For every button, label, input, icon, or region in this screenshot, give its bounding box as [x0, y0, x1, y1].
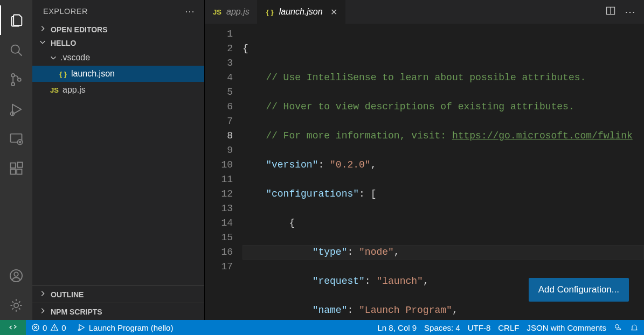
tab-label: app.js — [226, 7, 250, 17]
tree-file-launch-json[interactable]: { } launch.json — [32, 66, 204, 82]
svg-rect-11 — [11, 169, 16, 174]
tree-label: app.js — [63, 85, 86, 95]
sidebar-more-icon[interactable]: ⋯ — [185, 5, 195, 17]
line-number: 4 — [205, 71, 233, 85]
tree-folder-vscode[interactable]: .vscode — [32, 50, 204, 66]
tree-label: .vscode — [60, 53, 90, 62]
feedback-icon — [614, 323, 622, 332]
debug-start-icon — [77, 323, 86, 332]
status-debug-label: Launch Program (hello) — [89, 323, 174, 332]
status-error-count: 0 — [43, 323, 47, 332]
json-file-icon: { } — [265, 8, 275, 16]
line-number: 9 — [205, 143, 233, 158]
status-cursor-position[interactable]: Ln 8, Col 9 — [378, 323, 417, 332]
svg-rect-12 — [17, 169, 22, 174]
section-label: OPEN EDITORS — [51, 25, 108, 34]
activity-remote[interactable] — [0, 124, 32, 153]
line-number: 14 — [205, 216, 233, 231]
tree-file-app-js[interactable]: JS app.js — [32, 82, 204, 98]
bell-icon — [630, 323, 639, 332]
activity-extensions[interactable] — [0, 153, 32, 183]
remote-icon — [9, 323, 17, 332]
code-editor[interactable]: 1234567891011121314151617 { // Use Intel… — [205, 24, 644, 320]
status-indentation[interactable]: Spaces: 4 — [424, 323, 460, 332]
line-number: 2 — [205, 41, 233, 56]
activity-bar — [0, 0, 32, 320]
status-eol[interactable]: CRLF — [498, 323, 519, 332]
line-number: 3 — [205, 56, 233, 71]
warning-icon — [50, 323, 59, 332]
section-npm-scripts[interactable]: NPM SCRIPTS — [32, 303, 204, 320]
editor-tabs: JS app.js { } launch.json ✕ ⋯ — [205, 0, 644, 24]
files-icon — [9, 13, 24, 28]
svg-point-0 — [11, 45, 19, 53]
line-number: 7 — [205, 114, 233, 129]
status-notifications[interactable] — [630, 323, 639, 332]
section-label: HELLO — [51, 39, 76, 47]
js-file-icon: JS — [50, 86, 59, 94]
close-icon[interactable]: ✕ — [330, 7, 337, 17]
line-number: 5 — [205, 85, 233, 100]
gear-icon — [9, 298, 24, 313]
section-label: OUTLINE — [51, 290, 84, 299]
file-tree: .vscode { } launch.json JS app.js — [32, 50, 204, 285]
section-open-editors[interactable]: OPEN EDITORS — [32, 23, 204, 36]
tab-launch-json[interactable]: { } launch.json ✕ — [258, 0, 345, 24]
activity-settings[interactable] — [0, 290, 32, 320]
split-editor-icon[interactable] — [605, 5, 616, 18]
chevron-right-icon — [39, 25, 47, 34]
chevron-down-icon — [39, 38, 47, 47]
editor-more-icon[interactable]: ⋯ — [625, 5, 635, 18]
sidebar-title: EXPLORER — [43, 7, 88, 16]
activity-search[interactable] — [0, 35, 32, 65]
tab-label: launch.json — [279, 7, 323, 17]
line-number: 6 — [205, 100, 233, 114]
svg-rect-13 — [17, 162, 22, 167]
svg-rect-10 — [11, 163, 16, 167]
status-language-mode[interactable]: JSON with Comments — [527, 323, 606, 332]
status-debug-config[interactable]: Launch Program (hello) — [72, 320, 179, 335]
svg-point-2 — [11, 73, 15, 76]
search-icon — [9, 43, 24, 58]
section-label: NPM SCRIPTS — [51, 308, 102, 316]
line-number: 15 — [205, 231, 233, 245]
tree-label: launch.json — [71, 69, 115, 79]
line-number: 16 — [205, 245, 233, 260]
status-encoding[interactable]: UTF-8 — [468, 323, 491, 332]
line-number-gutter: 1234567891011121314151617 — [205, 24, 243, 320]
activity-explorer[interactable] — [0, 5, 32, 35]
svg-point-16 — [14, 303, 18, 307]
status-bar: 0 0 Launch Program (hello) Ln 8, Col 9 S… — [0, 320, 644, 335]
remote-explorer-icon — [9, 131, 24, 146]
js-file-icon: JS — [212, 8, 222, 16]
line-number: 8 — [205, 129, 233, 143]
svg-point-15 — [14, 272, 18, 276]
source-control-icon — [9, 72, 24, 87]
error-icon — [31, 323, 40, 332]
line-number: 12 — [205, 187, 233, 201]
extensions-icon — [9, 161, 24, 176]
chevron-right-icon — [39, 290, 47, 299]
section-folder[interactable]: HELLO — [32, 36, 204, 50]
debug-icon — [9, 102, 24, 117]
activity-accounts[interactable] — [0, 261, 32, 290]
section-outline[interactable]: OUTLINE — [32, 285, 204, 303]
status-problems[interactable]: 0 0 — [26, 320, 72, 335]
chevron-down-icon — [50, 54, 57, 61]
svg-line-1 — [18, 52, 22, 55]
json-file-icon: { } — [58, 70, 68, 78]
code-content[interactable]: { // Use IntelliSense to learn about pos… — [243, 24, 644, 320]
add-configuration-button[interactable]: Add Configuration... — [529, 278, 629, 302]
activity-run-debug[interactable] — [0, 94, 32, 124]
svg-point-25 — [615, 325, 619, 329]
status-remote[interactable] — [0, 320, 26, 335]
svg-point-3 — [11, 82, 15, 86]
line-number: 1 — [205, 27, 233, 41]
line-number: 10 — [205, 158, 233, 172]
svg-point-4 — [18, 78, 21, 81]
line-number: 11 — [205, 172, 233, 187]
status-feedback[interactable] — [614, 323, 622, 332]
status-warning-count: 0 — [61, 323, 66, 332]
activity-source-control[interactable] — [0, 65, 32, 94]
tab-app-js[interactable]: JS app.js — [205, 0, 258, 24]
